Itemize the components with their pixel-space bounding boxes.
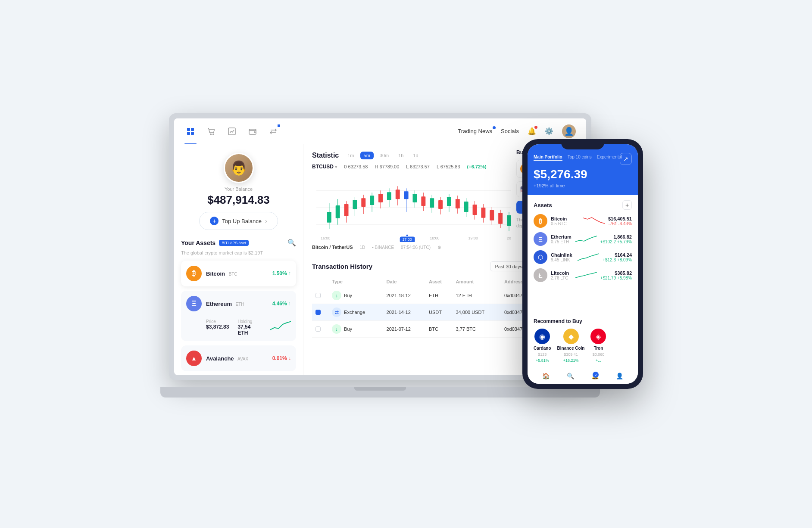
avalanche-icon: ▲	[186, 351, 202, 366]
row-checkbox-3[interactable]	[315, 326, 321, 332]
tx-date-1: 2021-18-12	[383, 287, 425, 304]
phone-chainlink-name: Chainlink	[551, 252, 574, 258]
time-filters: 1m 5m 30m 1h 1d	[344, 152, 422, 159]
assets-badge: BITLAPS Aset	[219, 240, 249, 246]
phone-bottom-nav: 🏠 🔍 🔔 2 👤	[528, 368, 638, 384]
recommend-item-cardano[interactable]: ◉ Cardano $123 +5.81%	[534, 329, 551, 363]
svg-rect-25	[378, 194, 383, 202]
ethereum-holding: 37,54 ETH	[237, 324, 261, 336]
chart-pair-label: Bitcoin / TetherUS	[312, 245, 353, 250]
asset-item-avalanche[interactable]: ▲ Avalanche AVAX 0.01% ↓	[181, 345, 296, 371]
phone-bitcoin-holding: 0.5 BTC	[551, 221, 580, 226]
svg-rect-23	[370, 196, 374, 205]
svg-text:18:00: 18:00	[430, 236, 439, 241]
svg-rect-3	[191, 132, 194, 135]
ethereum-name: Ethereum	[206, 301, 232, 307]
phone-ethereum-info: Etherium 0.75 ETH	[551, 234, 572, 244]
svg-rect-44	[456, 199, 460, 208]
phone-litecoin-holding: 2.76 LTC	[551, 276, 572, 280]
svg-rect-6	[228, 128, 235, 135]
time-btn-1m[interactable]: 1m	[344, 152, 357, 159]
assets-subtitle: The global crypto market cap is $2.19T	[181, 250, 296, 255]
phone-tab-experimental[interactable]: Experimental	[597, 155, 622, 161]
nav-icon-wallet[interactable]	[247, 125, 259, 137]
asset-item-ethereum[interactable]: Ξ Ethereum ETH 4.46% ↑ Price	[181, 291, 296, 341]
phone-send-icon[interactable]: ↗	[620, 153, 632, 165]
tx-title: Transaction History	[312, 263, 372, 270]
row-checkbox-1[interactable]	[315, 293, 321, 298]
tx-icon-buy-3: ↓	[332, 324, 341, 334]
avalanche-symbol: AVAX	[237, 357, 248, 361]
price-label: Price	[206, 319, 229, 324]
phone-nav-notifications[interactable]: 🔔 2	[583, 372, 607, 380]
nav-gear-icon[interactable]: ⚙️	[545, 127, 553, 135]
balance-label: Your Balance	[225, 186, 253, 192]
svg-rect-40	[438, 200, 443, 209]
tx-amount-2: 34,000 USDT	[453, 304, 501, 321]
row-checkbox-2[interactable]	[315, 310, 321, 315]
nav-bell-icon[interactable]: 🔔	[528, 127, 536, 135]
phone-litecoin-info: Litecoin 2.76 LTC	[551, 270, 572, 280]
phone-asset-bitcoin[interactable]: ₿ Bitcoin 0.5 BTC $16,405.51 -761 -4.43%	[534, 214, 632, 228]
nav-icon-cart[interactable]	[205, 125, 217, 137]
phone-asset-chainlink[interactable]: ⬡ Chainlink 9.45 LINK $164.24 +$12.3 +8.…	[534, 250, 632, 264]
col-type: Type	[328, 276, 383, 287]
ethereum-change: 4.46% ↑	[272, 301, 291, 307]
phone-bitcoin-icon: ₿	[534, 214, 547, 228]
phone-balance-change: +192% all time	[534, 183, 632, 188]
svg-rect-38	[430, 198, 434, 208]
phone-asset-ethereum[interactable]: Ξ Etherium 0.75 ETH 1,866.82 +$102.2 +5.…	[534, 232, 632, 246]
svg-point-8	[254, 131, 255, 132]
time-btn-30m[interactable]: 30m	[376, 152, 392, 159]
phone-litecoin-chart	[575, 270, 597, 280]
chart-settings-icon[interactable]: ⚙	[437, 245, 441, 250]
phone-bitcoin-price: $16,405.51 -761 -4.43%	[608, 216, 632, 226]
bitcoin-name: Bitcoin	[206, 270, 225, 277]
search-nav-icon: 🔍	[566, 372, 575, 380]
bitcoin-info: Bitcoin BTC	[206, 270, 268, 277]
svg-rect-36	[421, 196, 425, 206]
avalanche-info: Avalanche AVAX	[206, 354, 268, 362]
asset-item-bitcoin[interactable]: ₿ Bitcoin BTC 1.50% ↑	[181, 261, 296, 286]
nav-icon-chart[interactable]	[226, 125, 238, 137]
phone-header: Main Portfolio Top 10 coins Experimental…	[528, 144, 638, 195]
tx-type-label-3: Buy	[344, 326, 352, 332]
time-btn-1d[interactable]: 1d	[409, 152, 422, 159]
phone-notch	[561, 139, 604, 149]
chart-exchange: • BINANCE	[372, 245, 394, 250]
tx-type-label-1: Buy	[344, 293, 352, 298]
balance-amount: $487,914.83	[207, 193, 270, 207]
phone-ethereum-name: Etherium	[551, 234, 572, 239]
phone-tab-top10[interactable]: Top 10 coins	[568, 155, 592, 161]
svg-rect-34	[413, 194, 417, 202]
svg-rect-29	[396, 189, 400, 199]
nav-avatar[interactable]: 👤	[562, 124, 576, 138]
assets-search-icon[interactable]: 🔍	[287, 239, 296, 247]
phone-tab-main[interactable]: Main Portfolio	[534, 155, 562, 161]
phone-add-asset-button[interactable]: +	[622, 200, 632, 210]
cardano-price: $123	[538, 352, 547, 357]
phone-nav-search[interactable]: 🔍	[558, 372, 583, 380]
nav-link-socials[interactable]: Socials	[501, 128, 519, 134]
top-up-button[interactable]: + Top Up Balance ›	[199, 212, 278, 230]
bitcoin-icon: ₿	[186, 266, 202, 281]
time-btn-5m[interactable]: 5m	[360, 152, 374, 159]
avalanche-change: 0.01% ↓	[272, 355, 291, 361]
phone-asset-litecoin[interactable]: Ł Litecoin 2.76 LTC $385.82 +$21.79 +5.9…	[534, 268, 632, 282]
top-up-plus-icon: +	[210, 217, 219, 225]
ethereum-price: $3,872.83	[206, 324, 229, 330]
col-amount: Amount	[453, 276, 501, 287]
time-btn-1h[interactable]: 1h	[395, 152, 407, 159]
profile-nav-icon: 👤	[615, 372, 624, 380]
nav-icon-transfer[interactable]	[267, 125, 279, 137]
phone-nav-profile[interactable]: 👤	[607, 372, 632, 380]
svg-rect-48	[473, 205, 477, 215]
nav-link-trading-news[interactable]: Trading News	[458, 128, 492, 134]
svg-rect-21	[361, 198, 365, 207]
phone-nav-home[interactable]: 🏠	[534, 372, 558, 380]
recommend-item-binance-coin[interactable]: ◆ Binance Coin $309.41 +16.21%	[557, 329, 585, 363]
svg-rect-27	[387, 192, 391, 200]
recommend-item-tron[interactable]: ◈ Tron $0.060 +...	[590, 329, 606, 363]
nav-icon-dashboard[interactable]	[184, 125, 197, 137]
cardano-name: Cardano	[534, 346, 551, 351]
